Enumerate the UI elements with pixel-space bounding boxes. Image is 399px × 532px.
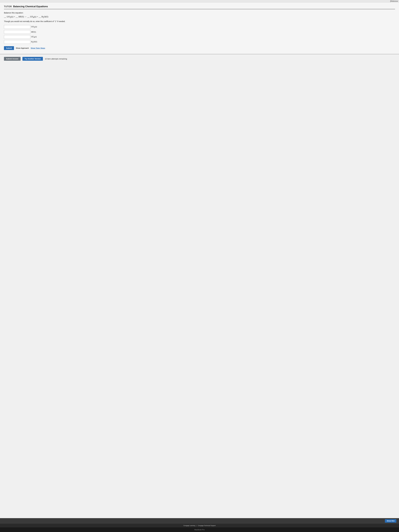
attempts-remaining-text: 10 item attempts remaining xyxy=(45,58,67,60)
uf4-input[interactable] xyxy=(4,35,30,39)
bottom-action-container: Submit Answer Try Another Version 10 ite… xyxy=(0,54,399,63)
main-content: TUTOR Balancing Chemical Equations Balan… xyxy=(0,2,399,518)
hf-input[interactable] xyxy=(4,30,30,34)
action-row: Submit Show Approach Show Tutor Steps xyxy=(4,46,395,50)
input-row-uo2: UO2(s) xyxy=(4,25,395,29)
submit-button[interactable]: Submit xyxy=(4,46,14,50)
bottom-hint-bar: Show Hint xyxy=(0,518,399,524)
balance-prompt: Balance this equation: xyxy=(4,12,395,14)
top-reference-bar: [Reference xyxy=(0,0,399,2)
equation-display: __ UO2(s) + __ HF(ℓ) → __ UF4(s) + __ H2… xyxy=(4,15,395,19)
uf4-label: UF4(s) xyxy=(31,36,37,38)
uo2-label: UO2(s) xyxy=(31,25,37,28)
question-container: TUTOR Balancing Chemical Equations Balan… xyxy=(0,2,399,54)
hf-label: HF(ℓ) xyxy=(31,31,36,33)
footer-separator: | xyxy=(196,525,197,526)
tutor-label: TUTOR xyxy=(4,5,12,8)
macbook-label: MacBook Pro xyxy=(194,529,205,531)
page-title: Balancing Chemical Equations xyxy=(13,5,48,8)
h2o-label: H2O(ℓ) xyxy=(31,41,37,43)
submit-answer-button[interactable]: Submit Answer xyxy=(4,57,21,61)
try-another-version-button[interactable]: Try Another Version xyxy=(22,57,43,61)
macbook-bar: MacBook Pro xyxy=(0,527,399,532)
tutor-header: TUTOR Balancing Chemical Equations xyxy=(4,5,395,9)
technical-support-link[interactable]: Cengage Technical Support xyxy=(198,525,215,526)
reference-label: [Reference xyxy=(390,0,398,2)
input-row-h2o: H2O(ℓ) xyxy=(4,40,395,44)
cengage-learning-link[interactable]: Cengage Learning xyxy=(184,525,195,526)
show-tutor-steps-link[interactable]: Show Tutor Steps xyxy=(31,47,45,49)
show-hint-button[interactable]: Show Hint xyxy=(385,519,396,523)
footer-links: Cengage Learning | Cengage Technical Sup… xyxy=(0,524,399,527)
uo2-input[interactable] xyxy=(4,25,30,29)
input-row-hf: HF(ℓ) xyxy=(4,30,395,34)
input-row-uf4: UF4(s) xyxy=(4,35,395,39)
h2o-input[interactable] xyxy=(4,40,30,44)
show-approach-link[interactable]: Show Approach xyxy=(16,47,29,49)
coefficient-note: Though you would not normally do so, ent… xyxy=(4,20,395,22)
